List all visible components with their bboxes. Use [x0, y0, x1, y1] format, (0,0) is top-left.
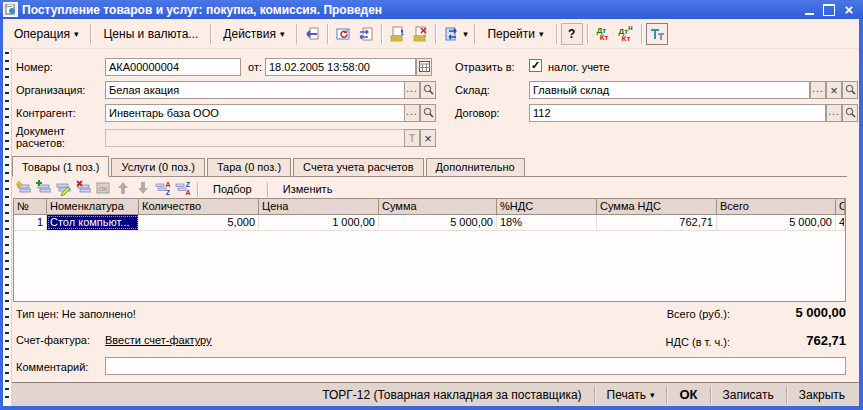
tab-settlement-accounts[interactable]: Счета учета расчетов: [293, 158, 423, 176]
organization-open-button[interactable]: [420, 81, 436, 99]
change-button[interactable]: Изменить: [273, 181, 343, 197]
edit-row-button[interactable]: [54, 181, 72, 198]
accounting-entries-icon: ДтКт: [597, 27, 609, 41]
create-based-on-button[interactable]: [440, 23, 470, 45]
grid-toolbar-separator: [267, 182, 268, 197]
tab-containers[interactable]: Тара (0 поз.): [207, 158, 291, 176]
help-button[interactable]: ?: [561, 23, 583, 45]
save-ok-icon: OK: [95, 180, 111, 198]
post-document-button[interactable]: [386, 23, 408, 45]
tab-goods[interactable]: Товары (1 поз.): [12, 156, 109, 177]
price-type-status: Тип цен: Не заполнено!: [16, 308, 136, 320]
window-border: [859, 0, 863, 410]
move-up-button[interactable]: [114, 181, 132, 198]
cell-account[interactable]: 4: [836, 215, 845, 230]
refresh-button[interactable]: [332, 23, 354, 45]
column-header[interactable]: Сумма: [379, 199, 497, 214]
column-header[interactable]: С: [836, 199, 845, 214]
column-header[interactable]: Номенклатура: [47, 199, 139, 214]
refresh-icon: [335, 26, 351, 42]
actions-menu-label: Действия: [223, 27, 276, 41]
svg-text:A: A: [165, 181, 170, 188]
cell-nomenclature[interactable]: Стол компьют...: [47, 215, 139, 230]
tax-accounting-checkbox[interactable]: [529, 59, 542, 72]
contract-input[interactable]: [529, 104, 826, 122]
operation-menu-button[interactable]: Операция: [6, 22, 86, 46]
sort-desc-button[interactable]: ZA: [174, 181, 192, 198]
tab-additional[interactable]: Дополнительно: [426, 158, 525, 176]
column-header[interactable]: %НДС: [497, 199, 597, 214]
move-down-button[interactable]: [134, 181, 152, 198]
number-input[interactable]: [105, 58, 241, 76]
torg12-button[interactable]: ТОРГ-12 (Товарная накладная за поставщик…: [312, 385, 591, 405]
document-window: Поступление товаров и услуг: покупка, ко…: [0, 0, 863, 410]
goods-table: № Номенклатура Количество Цена Сумма %НД…: [13, 198, 846, 302]
cell-price[interactable]: 1 000,00: [259, 215, 379, 230]
accounting-entries-button[interactable]: ДтКт: [592, 23, 614, 45]
warehouse-select-button[interactable]: [810, 81, 826, 99]
structure-button[interactable]: [646, 23, 668, 45]
unpost-document-button[interactable]: [409, 23, 431, 45]
column-header[interactable]: Сумма НДС: [597, 199, 717, 214]
toolbar-separator: [587, 24, 588, 44]
copy-document-button[interactable]: [355, 23, 377, 45]
cell-quantity[interactable]: 5,000: [139, 215, 259, 230]
column-header[interactable]: Всего: [717, 199, 836, 214]
finish-edit-button[interactable]: OK: [94, 181, 112, 198]
copy-row-button[interactable]: [34, 181, 52, 198]
selection-button[interactable]: Подбор: [203, 181, 262, 197]
delete-row-button[interactable]: [74, 181, 92, 198]
contract-open-button[interactable]: [842, 104, 858, 122]
contractor-open-button[interactable]: [420, 104, 436, 122]
bottom-bar-separator: [666, 386, 667, 404]
structure-icon: [649, 26, 665, 42]
cell-sum[interactable]: 5 000,00: [379, 215, 497, 230]
organization-input[interactable]: [105, 81, 405, 99]
column-header[interactable]: Цена: [259, 199, 379, 214]
goto-menu-button[interactable]: Перейти: [479, 22, 551, 46]
column-header[interactable]: №: [14, 199, 47, 214]
window-title: Поступление товаров и услуг: покупка, ко…: [22, 3, 798, 17]
window-border: [0, 406, 863, 410]
magnifier-icon: [845, 84, 856, 97]
warehouse-clear-button[interactable]: [826, 81, 842, 99]
tab-services[interactable]: Услуги (0 поз.): [111, 158, 204, 176]
settlement-doc-input[interactable]: [105, 129, 405, 147]
table-row[interactable]: 1 Стол компьют... 5,000 1 000,00 5 000,0…: [14, 215, 845, 231]
comment-input[interactable]: [105, 357, 846, 375]
settlement-doc-clear-button[interactable]: [420, 129, 436, 147]
cell-number[interactable]: 1: [14, 215, 47, 230]
contractor-select-button[interactable]: [404, 104, 420, 122]
magnifier-icon: [423, 107, 434, 120]
print-button[interactable]: Печать: [597, 385, 665, 405]
settlement-doc-type-button[interactable]: [404, 129, 420, 147]
organization-select-button[interactable]: [404, 81, 420, 99]
maximize-button[interactable]: [822, 3, 836, 17]
save-button[interactable]: Записать: [713, 385, 784, 405]
cell-total[interactable]: 5 000,00: [717, 215, 836, 230]
warehouse-input[interactable]: [529, 81, 810, 99]
close-button[interactable]: [842, 3, 856, 17]
operation-menu-label: Операция: [14, 27, 70, 41]
contractor-input[interactable]: [105, 104, 405, 122]
actions-menu-button[interactable]: Действия: [215, 22, 292, 46]
cell-vat-sum[interactable]: 762,71: [597, 215, 717, 230]
bottom-button-bar: ТОРГ-12 (Товарная накладная за поставщик…: [12, 382, 859, 406]
calendar-button[interactable]: [416, 58, 432, 76]
reread-button[interactable]: [301, 23, 323, 45]
ok-button[interactable]: ОК: [669, 384, 707, 405]
window-border: [0, 0, 3, 410]
close-form-button[interactable]: Закрыть: [789, 385, 855, 405]
enter-invoice-link[interactable]: Ввести счет-фактуру: [105, 334, 212, 346]
add-row-button[interactable]: [14, 181, 32, 198]
contract-select-button[interactable]: [826, 104, 842, 122]
cell-vat-percent[interactable]: 18%: [497, 215, 597, 230]
prices-currency-button[interactable]: Цены и валюта...: [95, 22, 206, 46]
column-header[interactable]: Количество: [139, 199, 259, 214]
minimize-button[interactable]: [802, 3, 816, 17]
tax-entries-button[interactable]: ДтНКт: [615, 23, 637, 45]
warehouse-open-button[interactable]: [842, 81, 858, 99]
date-input[interactable]: [265, 58, 416, 76]
sort-asc-button[interactable]: AZ: [154, 181, 172, 198]
toolbar-separator: [435, 24, 436, 44]
